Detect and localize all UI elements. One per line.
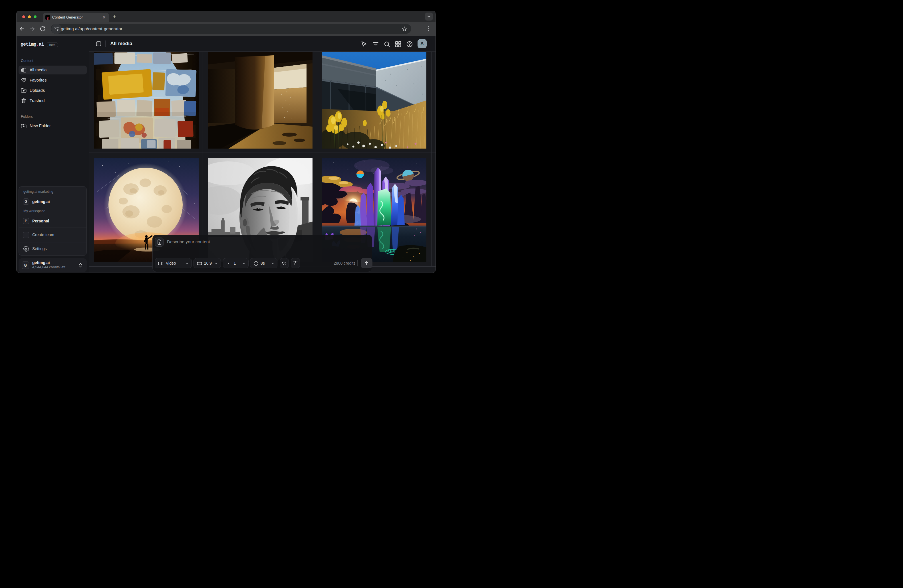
svg-text:g: g [47,16,49,20]
